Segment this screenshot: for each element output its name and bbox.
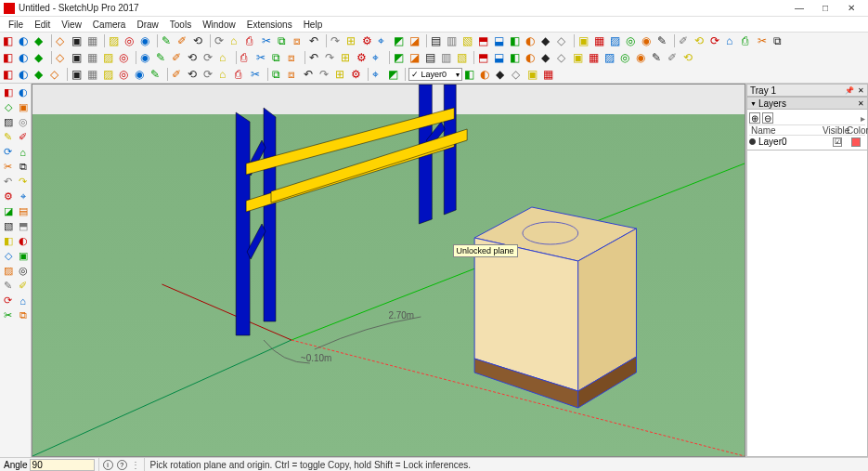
pat6-icon[interactable]: ✎ [656, 33, 671, 48]
undo-icon[interactable]: ◉ [139, 33, 154, 48]
menu-edit[interactable]: Edit [30, 19, 55, 31]
poly2-icon[interactable]: ▦ [86, 67, 101, 82]
info-icon[interactable]: i [103, 460, 113, 470]
view6-icon[interactable]: ▨ [603, 50, 618, 65]
plus-icon[interactable]: ◧ [2, 33, 17, 48]
sb5-icon[interactable]: ⧉ [271, 67, 286, 82]
sb6-icon[interactable]: ⧈ [287, 67, 302, 82]
delete-layer-button[interactable]: ⊖ [762, 112, 773, 124]
paint2-icon[interactable]: ⚙ [1, 190, 15, 203]
pan-icon[interactable]: ⊞ [340, 50, 355, 65]
erase-icon[interactable]: ▣ [16, 100, 30, 114]
pie-icon[interactable]: ▨ [102, 67, 117, 82]
section-icon[interactable]: ⬒ [477, 50, 492, 65]
view10-icon[interactable]: ✐ [667, 50, 681, 65]
mag-icon[interactable]: ◧ [1, 234, 15, 248]
layers-panel-header[interactable]: Layers ✕ [746, 97, 868, 110]
redo-icon[interactable]: ✎ [161, 33, 175, 48]
hatch5-icon[interactable]: ⬓ [493, 33, 508, 48]
house5-icon[interactable]: ◩ [393, 33, 408, 48]
cut-icon[interactable]: ▣ [71, 33, 85, 48]
style1-icon[interactable]: ◪ [408, 50, 423, 65]
view7-icon[interactable]: ◎ [619, 50, 634, 65]
arc-icon[interactable]: ▦ [86, 50, 101, 65]
img-icon[interactable]: ⬓ [493, 50, 508, 65]
view11-icon[interactable]: ⟲ [682, 50, 697, 65]
cfg3-icon[interactable]: ⎙ [245, 33, 260, 48]
pin-icon[interactable]: 📌 [845, 86, 854, 95]
view5-icon[interactable]: ▦ [588, 50, 602, 65]
anim-icon[interactable]: ◧ [509, 50, 524, 65]
layer-dropdown[interactable]: ✓ Layer0 [408, 68, 462, 81]
house1-icon[interactable]: ↷ [330, 33, 344, 48]
house4-icon[interactable]: ⌖ [377, 33, 392, 48]
hatch8-icon[interactable]: ◆ [540, 33, 555, 48]
tray-header[interactable]: Tray 1 📌 ✕ [746, 84, 868, 97]
cyl-icon[interactable]: ⟳ [1, 145, 15, 159]
save-icon[interactable]: ◇ [55, 33, 70, 48]
scale-icon[interactable]: ⟲ [187, 50, 201, 65]
prev-icon[interactable]: ◩ [393, 50, 408, 65]
circ-icon[interactable]: ✎ [1, 130, 15, 144]
close-button[interactable]: ✕ [838, 1, 864, 16]
pat1-icon[interactable]: ▣ [577, 33, 592, 48]
iso6-icon[interactable]: ◩ [387, 67, 402, 82]
c2-icon[interactable]: ▣ [71, 67, 85, 82]
view8-icon[interactable]: ◉ [635, 50, 650, 65]
sb2-icon[interactable]: ⌂ [218, 67, 233, 82]
house2-icon[interactable]: ⊞ [345, 33, 360, 48]
cfg4-icon[interactable]: ✂ [261, 33, 276, 48]
line2-icon[interactable]: ✐ [171, 67, 186, 82]
hatch7-icon[interactable]: ◐ [525, 33, 539, 48]
cfg5-icon[interactable]: ⧉ [277, 33, 291, 48]
pgn1-icon[interactable]: ⟲ [693, 33, 708, 48]
zext-icon[interactable]: ⌖ [371, 50, 386, 65]
text-icon[interactable]: ⎙ [240, 50, 254, 65]
sect2-icon[interactable]: ✐ [16, 279, 30, 293]
pat2-icon[interactable]: ▦ [593, 33, 608, 48]
style2-icon[interactable]: ▤ [424, 50, 439, 65]
iso2-icon[interactable]: ↷ [318, 67, 333, 82]
fog-icon[interactable]: ▧ [456, 50, 471, 65]
swirl1-icon[interactable]: ▨ [1, 115, 15, 129]
prot-icon[interactable]: ⧉ [271, 50, 286, 65]
pat4-icon[interactable]: ◎ [625, 33, 640, 48]
l3-icon[interactable]: ⟲ [187, 67, 201, 82]
hatch9-icon[interactable]: ◇ [556, 33, 571, 48]
look-icon[interactable]: ▣ [16, 249, 30, 263]
eraser-icon[interactable]: ◐ [18, 50, 32, 65]
line-icon[interactable]: ▨ [102, 50, 117, 65]
la2-icon[interactable]: ◐ [479, 67, 494, 82]
menu-view[interactable]: View [57, 19, 86, 31]
cfg7-icon[interactable]: ↶ [308, 33, 323, 48]
knife-icon[interactable]: ✂ [1, 160, 15, 174]
iso1-icon[interactable]: ↶ [303, 67, 317, 82]
ax-icon[interactable]: ◐ [16, 234, 30, 248]
sb4-icon[interactable]: ✂ [250, 67, 265, 82]
axes-icon[interactable]: ⧈ [287, 50, 302, 65]
copy-icon[interactable]: ▦ [86, 33, 101, 48]
view1-icon[interactable]: ◐ [525, 50, 539, 65]
menu-window[interactable]: Window [198, 19, 240, 31]
rotate-icon[interactable]: ✐ [171, 50, 186, 65]
layer-active-radio[interactable] [749, 138, 756, 145]
menu-tools[interactable]: Tools [165, 19, 196, 31]
delete-icon[interactable]: ◎ [123, 33, 138, 48]
mag2-icon[interactable]: ▨ [1, 264, 15, 278]
hatch3-icon[interactable]: ▧ [461, 33, 476, 48]
menu-help[interactable]: Help [299, 19, 328, 31]
folder-icon[interactable]: ◆ [33, 33, 48, 48]
model-icon[interactable]: ⟲ [192, 33, 207, 48]
iso5-icon[interactable]: ⌖ [371, 67, 386, 82]
offset2-icon[interactable]: ⧉ [16, 160, 30, 174]
swirl2-icon[interactable]: ◎ [16, 115, 30, 129]
la5-icon[interactable]: ▣ [526, 67, 541, 82]
pat5-icon[interactable]: ◉ [641, 33, 655, 48]
ungrp-icon[interactable]: ◆ [33, 67, 48, 82]
paste-icon[interactable]: ▨ [108, 33, 123, 48]
xr-icon[interactable]: ◎ [16, 264, 30, 278]
text2-icon[interactable]: ▧ [1, 219, 15, 233]
iso4-icon[interactable]: ⚙ [350, 67, 365, 82]
hatch1-icon[interactable]: ▤ [430, 33, 445, 48]
layer-visible-checkbox[interactable]: ☑ [833, 137, 842, 147]
